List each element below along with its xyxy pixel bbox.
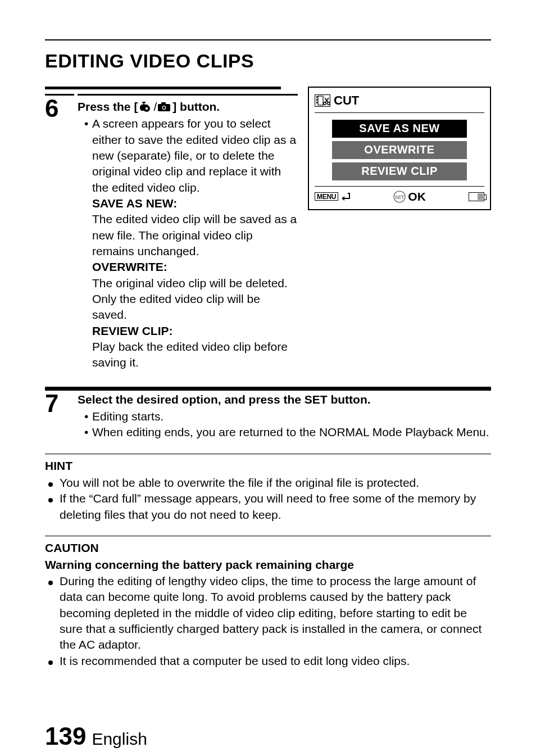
caution-bullet-1: During the editing of lengthy video clip… [60,573,491,653]
slash-separator: / [153,99,157,115]
caution-bullet-2: It is recommended that a computer be use… [60,653,410,669]
step-7-head-text: Select the desired option, and press the… [78,392,371,408]
bullet-dot [48,573,60,653]
bullet-dot [48,491,60,523]
svg-rect-11 [316,96,317,98]
svg-rect-13 [316,102,317,103]
svg-rect-12 [316,99,317,101]
set-button-icon: SET [393,191,406,203]
save-as-new-text: The edited video clip will be saved as a… [92,211,298,259]
bullet-dot: • [84,424,92,440]
page-title: EDITING VIDEO CLIPS [45,48,491,74]
svg-rect-14 [318,96,323,105]
page-language: English [92,728,147,751]
caution-subheading: Warning concerning the battery pack rema… [45,557,491,573]
svg-text:SET: SET [395,194,405,200]
battery-icon [469,192,484,201]
screen-title: CUT [334,92,359,109]
review-clip-text: Play back the edited video clip before s… [92,339,298,371]
save-as-new-label: SAVE AS NEW: [92,196,298,211]
review-clip-label: REVIEW CLIP: [92,323,298,339]
ok-label: OK [408,189,426,205]
step-7-number: 7 [45,391,74,417]
hint-label: HINT [45,458,491,474]
menu-item-overwrite: OVERWRITE [332,141,467,159]
svg-point-9 [163,106,165,108]
step-6-head-prefix: Press the [ [78,99,138,115]
svg-point-3 [146,107,148,110]
menu-badge: MENU [315,192,338,201]
edit-cut-icon [315,94,330,107]
bullet-dot [48,475,60,491]
step-7: 7 Select the desired option, and press t… [45,391,491,441]
svg-rect-1 [140,106,142,110]
bullet-dot [48,653,60,669]
step-6-heading: Press the [ / [78,99,298,115]
caution-label: CAUTION [45,540,491,556]
page-number: 139 [45,719,86,753]
photo-camera-icon [158,102,170,111]
overwrite-label: OVERWRITE: [92,259,298,275]
svg-rect-7 [161,102,166,105]
menu-item-save-as-new: SAVE AS NEW [332,120,467,138]
return-arrow-icon [340,192,351,201]
step-7-bullet-1: Editing starts. [92,409,163,424]
svg-line-18 [325,98,328,102]
bullet-dot: • [84,116,92,196]
step-6-number: 6 [45,96,74,121]
step-7-bullet-2: When editing ends, you are returned to t… [92,424,489,440]
menu-item-review-clip: REVIEW CLIP [332,162,467,180]
hint-bullet-2: If the “Card full” message appears, you … [60,491,491,523]
page-footer: 139 English [45,719,491,753]
camera-screen: CUT SAVE AS NEW OVERWRITE REVIEW CLIP ME… [308,87,491,210]
step-6: 6 Press the [ [45,94,298,371]
step-6-head-suffix: ] button. [172,99,220,115]
hint-bullet-1: You will not be able to overwrite the fi… [60,475,419,491]
svg-line-17 [325,98,329,102]
bullet-dot: • [84,409,92,424]
step-7-heading: Select the desired option, and press the… [78,392,491,408]
svg-rect-5 [142,102,146,103]
overwrite-text: The original video clip will be deleted.… [92,275,298,323]
svg-marker-19 [342,196,344,201]
step-6-bullet-1: A screen appears for you to select eithe… [92,116,298,196]
video-camera-icon [140,102,152,112]
